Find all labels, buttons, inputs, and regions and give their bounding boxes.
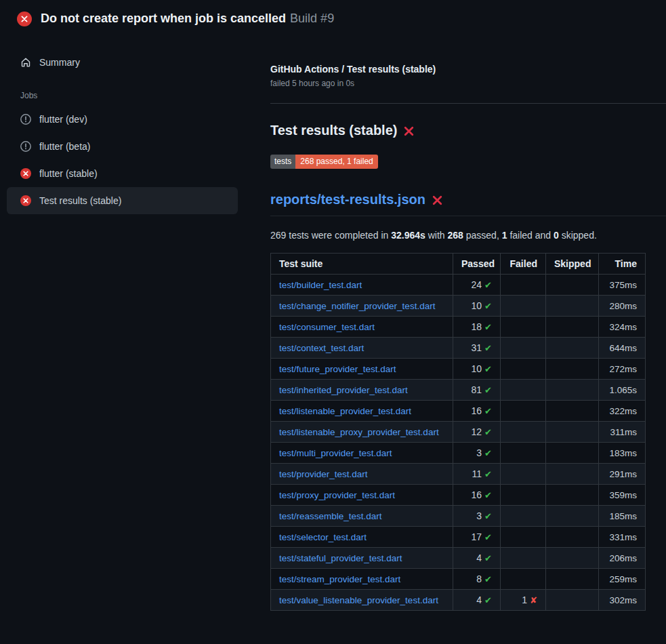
check-icon: ✔ bbox=[484, 574, 492, 584]
time-cell: 1.065s bbox=[599, 380, 646, 401]
skipped-cell bbox=[546, 422, 599, 443]
failed-cell bbox=[501, 296, 546, 317]
skipped-cell bbox=[546, 485, 599, 506]
skipped-cell bbox=[546, 296, 599, 317]
failed-x-icon bbox=[403, 125, 415, 137]
test-suite-link[interactable]: test/proxy_provider_test.dart bbox=[279, 490, 395, 500]
test-suite-link[interactable]: test/selector_test.dart bbox=[279, 532, 367, 542]
run-meta: failed 5 hours ago in 0s bbox=[270, 79, 645, 88]
skipped-cell bbox=[546, 338, 599, 359]
test-suite-link[interactable]: test/future_provider_test.dart bbox=[279, 364, 396, 374]
divider bbox=[270, 103, 666, 104]
passed-cell: 4✔ bbox=[453, 590, 501, 611]
failed-cell bbox=[501, 317, 546, 338]
test-suite-link[interactable]: test/stateful_provider_test.dart bbox=[279, 553, 402, 563]
passed-cell: 81✔ bbox=[453, 380, 501, 401]
failed-cell bbox=[501, 359, 546, 380]
jobs-list: flutter (dev)flutter (beta)flutter (stab… bbox=[7, 106, 238, 214]
passed-cell: 10✔ bbox=[453, 359, 501, 380]
failed-cell bbox=[501, 380, 546, 401]
suite-cell: test/selector_test.dart bbox=[271, 527, 453, 548]
failed-cell bbox=[501, 464, 546, 485]
failed-cell bbox=[501, 506, 546, 527]
time-cell: 324ms bbox=[599, 317, 646, 338]
home-icon bbox=[20, 57, 31, 68]
time-cell: 331ms bbox=[599, 527, 646, 548]
passed-cell: 16✔ bbox=[453, 485, 501, 506]
badge-value: 268 passed, 1 failed bbox=[295, 155, 377, 169]
job-label: flutter (dev) bbox=[39, 114, 87, 125]
x-circle-icon bbox=[20, 168, 31, 179]
job-label: flutter (beta) bbox=[39, 141, 90, 152]
report-file-link[interactable]: reports/test-results.json bbox=[270, 192, 425, 207]
x-icon bbox=[20, 15, 28, 23]
check-icon: ✔ bbox=[484, 322, 492, 332]
failed-cell bbox=[501, 548, 546, 569]
sidebar-item-test-results-stable[interactable]: Test results (stable) bbox=[7, 187, 238, 214]
sidebar-item-flutter-beta[interactable]: flutter (beta) bbox=[7, 133, 238, 160]
suite-cell: test/listenable_provider_test.dart bbox=[271, 401, 453, 422]
passed-cell: 11✔ bbox=[453, 464, 501, 485]
col-header-suite: Test suite bbox=[271, 254, 453, 275]
check-icon: ✔ bbox=[484, 385, 492, 395]
test-suite-link[interactable]: test/stream_provider_test.dart bbox=[279, 574, 400, 584]
failed-cell bbox=[501, 338, 546, 359]
alert-circle-icon bbox=[20, 141, 31, 152]
test-suite-link[interactable]: test/multi_provider_test.dart bbox=[279, 448, 392, 458]
test-suite-link[interactable]: test/change_notifier_provider_test.dart bbox=[279, 301, 435, 311]
test-suite-link[interactable]: test/builder_test.dart bbox=[279, 280, 362, 290]
test-suite-link[interactable]: test/inherited_provider_test.dart bbox=[279, 385, 408, 395]
time-cell: 259ms bbox=[599, 569, 646, 590]
failed-cell bbox=[501, 401, 546, 422]
test-suite-row: test/provider_test.dart11✔291ms bbox=[271, 464, 646, 485]
test-suite-row: test/reassemble_test.dart3✔185ms bbox=[271, 506, 646, 527]
test-suite-link[interactable]: test/context_test.dart bbox=[279, 343, 364, 353]
sidebar-item-flutter-stable[interactable]: flutter (stable) bbox=[7, 160, 238, 187]
failed-cell bbox=[501, 275, 546, 296]
skipped-cell bbox=[546, 401, 599, 422]
skipped-cell bbox=[546, 464, 599, 485]
passed-cell: 18✔ bbox=[453, 317, 501, 338]
time-cell: 206ms bbox=[599, 548, 646, 569]
check-icon: ✔ bbox=[484, 469, 492, 479]
jobs-section-label: Jobs bbox=[20, 91, 238, 100]
results-summary-text: 269 tests were completed in 32.964s with… bbox=[270, 230, 645, 241]
col-header-time: Time bbox=[599, 254, 646, 275]
time-cell: 272ms bbox=[599, 359, 646, 380]
passed-cell: 16✔ bbox=[453, 401, 501, 422]
job-label: Test results (stable) bbox=[39, 195, 121, 206]
sidebar-item-summary[interactable]: Summary bbox=[7, 49, 238, 76]
x-circle-icon bbox=[20, 195, 31, 206]
test-suite-link[interactable]: test/listenable_provider_test.dart bbox=[279, 406, 411, 416]
check-run-title: Test results (stable) bbox=[270, 123, 645, 138]
test-suite-link[interactable]: test/value_listenable_provider_test.dart bbox=[279, 595, 438, 605]
table-header-row: Test suitePassedFailedSkippedTime bbox=[271, 254, 646, 275]
run-title: Do not create report when job is cancell… bbox=[41, 12, 286, 25]
test-suite-link[interactable]: test/reassemble_test.dart bbox=[279, 511, 382, 521]
col-header-failed: Failed bbox=[501, 254, 546, 275]
test-suite-link[interactable]: test/provider_test.dart bbox=[279, 469, 368, 479]
failed-cell bbox=[501, 569, 546, 590]
run-header: Do not create report when job is cancell… bbox=[0, 0, 666, 38]
time-cell: 302ms bbox=[599, 590, 646, 611]
test-suite-row: test/context_test.dart31✔644ms bbox=[271, 338, 646, 359]
check-run-title-text: Test results (stable) bbox=[270, 123, 397, 138]
suite-cell: test/value_listenable_provider_test.dart bbox=[271, 590, 453, 611]
time-cell: 291ms bbox=[599, 464, 646, 485]
badge-label: tests bbox=[270, 155, 295, 169]
check-icon: ✔ bbox=[484, 406, 492, 416]
passed-cell: 10✔ bbox=[453, 296, 501, 317]
suite-cell: test/listenable_proxy_provider_test.dart bbox=[271, 422, 453, 443]
time-cell: 311ms bbox=[599, 422, 646, 443]
check-icon: ✔ bbox=[484, 343, 492, 353]
test-suite-link[interactable]: test/listenable_proxy_provider_test.dart bbox=[279, 427, 439, 437]
time-cell: 322ms bbox=[599, 401, 646, 422]
skipped-cell bbox=[546, 590, 599, 611]
col-header-skipped: Skipped bbox=[546, 254, 599, 275]
sidebar-item-flutter-dev[interactable]: flutter (dev) bbox=[7, 106, 238, 133]
test-suite-link[interactable]: test/consumer_test.dart bbox=[279, 322, 375, 332]
check-icon: ✔ bbox=[484, 532, 492, 542]
passed-cell: 31✔ bbox=[453, 338, 501, 359]
passed-cell: 24✔ bbox=[453, 275, 501, 296]
test-results-table: Test suitePassedFailedSkippedTime test/b… bbox=[270, 253, 646, 611]
